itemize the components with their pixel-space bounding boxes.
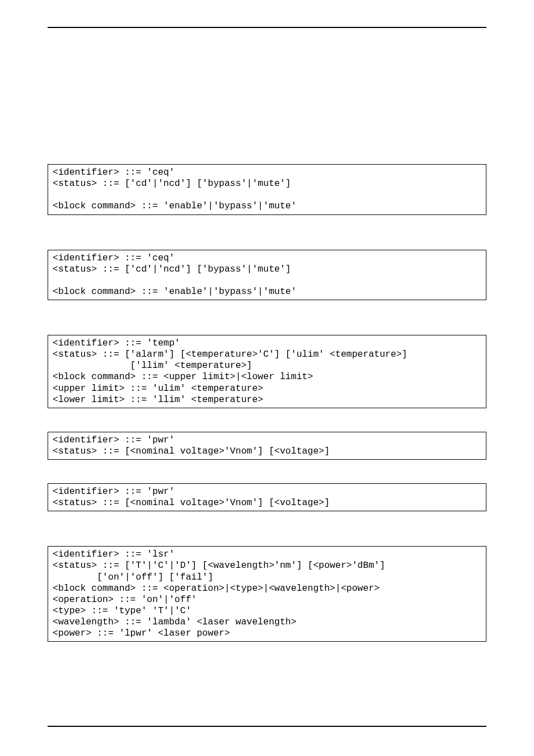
code-line: <lower limit> ::= 'llim' <temperature> — [53, 394, 263, 405]
code-line: <status> ::= ['cd'|'ncd'] ['bypass'|'mut… — [53, 178, 291, 189]
code-line: <block command> ::= 'enable'|'bypass'|'m… — [53, 200, 297, 211]
code-line: <block command> ::= <upper limit>|<lower… — [53, 371, 313, 382]
code-line: <identifier> ::= 'pwr' — [53, 486, 175, 497]
code-line: <status> ::= ['T'|'C'|'D'] [<wavelength>… — [53, 560, 385, 571]
code-line: <status> ::= [<nominal voltage>'Vnom'] [… — [53, 497, 330, 508]
code-line: <identifier> ::= 'lsr' — [53, 549, 175, 559]
code-block-pwr-2: <identifier> ::= 'pwr' <status> ::= [<no… — [48, 483, 486, 511]
code-block-lsr: <identifier> ::= 'lsr' <status> ::= ['T'… — [48, 546, 486, 642]
spacer — [48, 460, 486, 483]
code-line: <status> ::= [<nominal voltage>'Vnom'] [… — [53, 446, 330, 456]
code-line: <wavelength> ::= 'lambda' <laser wavelen… — [53, 617, 297, 627]
code-line: <power> ::= 'lpwr' <laser power> — [53, 628, 230, 638]
header-rule — [48, 27, 486, 28]
content-area: <identifier> ::= 'ceq' <status> ::= ['cd… — [48, 38, 486, 642]
code-line: <status> ::= ['alarm'] [<temperature>'C'… — [53, 349, 407, 360]
code-block-ceq-2: <identifier> ::= 'ceq' <status> ::= ['cd… — [48, 250, 486, 301]
code-line: <identifier> ::= 'temp' — [53, 338, 180, 348]
spacer — [48, 300, 486, 335]
code-block-ceq-1: <identifier> ::= 'ceq' <status> ::= ['cd… — [48, 164, 486, 215]
spacer — [48, 408, 486, 432]
code-line: <type> ::= 'type' 'T'|'C' — [53, 605, 191, 616]
code-line: ['on'|'off'] ['fail'] — [53, 572, 213, 582]
code-line: <status> ::= ['cd'|'ncd'] ['bypass'|'mut… — [53, 264, 291, 274]
code-line: <identifier> ::= 'ceq' — [53, 253, 175, 263]
spacer — [48, 511, 486, 546]
code-line: <upper limit> ::= 'ulim' <temperature> — [53, 383, 263, 394]
code-line: ['llim' <temperature>] — [53, 360, 252, 371]
footer-rule — [48, 726, 486, 727]
code-line: <identifier> ::= 'pwr' — [53, 435, 175, 445]
code-block-pwr-1: <identifier> ::= 'pwr' <status> ::= [<no… — [48, 432, 486, 460]
code-line: <block command> ::= 'enable'|'bypass'|'m… — [53, 286, 297, 297]
code-line: <identifier> ::= 'ceq' — [53, 167, 175, 178]
spacer — [48, 215, 486, 250]
code-block-temp: <identifier> ::= 'temp' <status> ::= ['a… — [48, 335, 486, 408]
code-line: <operation> ::= 'on'|'off' — [53, 594, 196, 605]
code-line: <block command> ::= <operation>|<type>|<… — [53, 583, 380, 594]
page: <identifier> ::= 'ceq' <status> ::= ['cd… — [0, 0, 534, 756]
